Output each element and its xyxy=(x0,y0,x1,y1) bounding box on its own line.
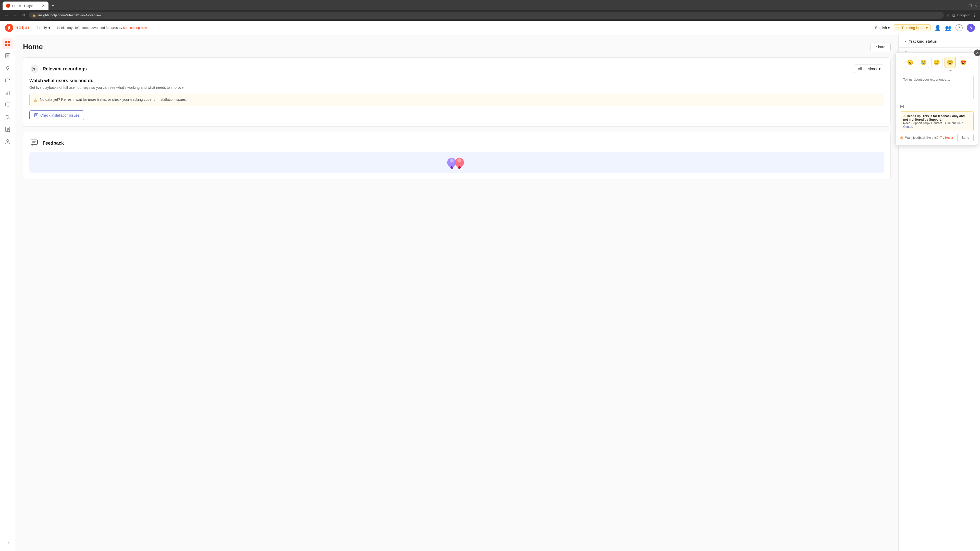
maximize-button[interactable]: ❐ xyxy=(969,2,972,10)
sidebar-item-analytics[interactable] xyxy=(2,87,13,98)
split-screen-button[interactable]: ⧉ xyxy=(952,13,955,17)
language-label: English xyxy=(875,26,887,30)
try-hotjar-text: Want feedback like this? xyxy=(905,136,939,140)
widget-footer: 🔥 Want feedback like this? Try Hotjar Se… xyxy=(900,134,974,141)
tracking-issue-button[interactable]: ⚠ Tracking issue ▾ xyxy=(894,24,931,31)
feedback-sidebar-icon xyxy=(5,102,11,108)
tracking-issue-label: Tracking issue xyxy=(901,26,924,30)
subscribe-link[interactable]: subscribing now xyxy=(123,26,147,30)
svg-rect-13 xyxy=(5,79,9,82)
feedback-graphic xyxy=(442,155,472,170)
sidebar-item-recordings[interactable] xyxy=(2,75,13,86)
new-tab-button[interactable]: + xyxy=(49,2,56,10)
tracking-panel-title: Tracking status xyxy=(909,39,937,43)
recordings-card-header: Relevant recordings All sessions ▾ xyxy=(29,64,884,74)
emoji-sad: 😢 xyxy=(918,57,929,72)
check-installation-button[interactable]: Check installation issues xyxy=(29,110,84,120)
check-icon xyxy=(34,113,38,118)
forward-button[interactable]: → xyxy=(12,12,18,19)
window-controls: — ❐ ✕ xyxy=(963,2,977,10)
share-button[interactable]: Share xyxy=(870,43,891,51)
url-text: insights.hotjar.com/sites/3814994/overvi… xyxy=(38,13,101,17)
warning-triangle-icon: ⚠ xyxy=(903,114,907,118)
heatmaps-icon xyxy=(5,53,11,59)
svg-rect-10 xyxy=(6,56,8,57)
svg-rect-4 xyxy=(5,44,7,46)
emoji-btn-love[interactable]: 😍 xyxy=(958,57,969,68)
content-area: Home Share Relevant recordings xyxy=(15,35,898,551)
avatar[interactable]: A xyxy=(967,24,975,32)
session-filter[interactable]: All sessions ▾ xyxy=(854,65,884,73)
svg-rect-11 xyxy=(8,56,9,57)
refresh-button[interactable]: ↻ xyxy=(21,12,26,19)
tracking-panel-header[interactable]: ▲ Tracking status xyxy=(899,35,980,48)
close-button[interactable]: ✕ xyxy=(974,2,977,10)
app-header: hotjar shopify ▾ 11 trial days left · ke… xyxy=(0,21,980,35)
svg-rect-5 xyxy=(8,44,10,46)
send-button[interactable]: Send xyxy=(957,134,974,141)
add-user-button[interactable]: 👤 xyxy=(935,25,941,31)
svg-point-39 xyxy=(457,159,461,162)
insights-icon xyxy=(5,65,11,71)
svg-line-22 xyxy=(8,118,10,119)
tab-title: Home - Hotjar xyxy=(12,4,33,8)
header-right: English ▾ ⚠ Tracking issue ▾ 👤 👥 ? A xyxy=(875,24,975,32)
tab-close-button[interactable]: ✕ xyxy=(42,3,45,8)
feedback-textarea[interactable] xyxy=(900,75,974,100)
recordings-description: Get live playbacks of full user journeys… xyxy=(29,86,884,89)
feedback-section: Feedback xyxy=(29,138,64,148)
emoji-btn-neutral[interactable]: 😐 xyxy=(931,57,942,68)
browser-actions: ☆ ⧉ Incognito ⋮ xyxy=(946,13,977,17)
recordings-subtitle: Watch what users see and do xyxy=(29,78,884,83)
sidebar-item-feedback[interactable] xyxy=(2,99,13,110)
emoji-btn-angry[interactable]: 😠 xyxy=(905,57,916,68)
language-selector[interactable]: English ▾ xyxy=(875,26,890,30)
sidebar-item-home[interactable] xyxy=(2,38,13,49)
svg-rect-33 xyxy=(31,140,38,144)
surveys-icon xyxy=(5,127,11,132)
tracking-dropdown-icon: ▾ xyxy=(926,26,928,30)
svg-rect-17 xyxy=(9,91,10,95)
svg-point-0 xyxy=(7,4,10,7)
emoji-like: 😊 Like xyxy=(945,57,956,72)
sidebar-item-observe[interactable] xyxy=(2,111,13,123)
feedback-card-header: Feedback xyxy=(29,138,884,148)
site-name: shopify xyxy=(36,26,47,30)
hotjar-logo[interactable]: hotjar xyxy=(5,24,30,32)
users-button[interactable]: 👥 xyxy=(945,25,951,31)
lang-dropdown-icon: ▾ xyxy=(888,26,890,30)
sidebar-item-heatmaps[interactable] xyxy=(2,50,13,62)
close-widget-button[interactable]: ✕ xyxy=(974,49,980,56)
logo-text: hotjar xyxy=(15,25,30,30)
browser-tab[interactable]: Home - Hotjar ✕ xyxy=(3,2,48,10)
address-bar[interactable]: 🔒 insights.hotjar.com/sites/3814994/over… xyxy=(29,12,944,19)
lock-icon: 🔒 xyxy=(32,14,36,17)
sidebar-item-team[interactable] xyxy=(2,136,13,147)
recordings-icon xyxy=(5,78,11,83)
back-button[interactable]: ← xyxy=(3,12,10,19)
bookmark-button[interactable]: ☆ xyxy=(946,13,950,17)
minimize-button[interactable]: — xyxy=(963,2,966,10)
emoji-love: 😍 xyxy=(958,57,969,72)
emoji-btn-like[interactable]: 😊 xyxy=(945,57,956,68)
svg-point-41 xyxy=(458,166,461,169)
sidebar-item-insights[interactable] xyxy=(2,62,13,74)
site-dropdown-icon: ▾ xyxy=(48,26,50,30)
sidebar-expand-button[interactable]: → xyxy=(2,537,13,548)
screenshot-row: ⊞ xyxy=(900,103,974,110)
menu-button[interactable]: ⋮ xyxy=(972,13,977,17)
sidebar-item-surveys[interactable] xyxy=(2,124,13,135)
check-btn-label: Check installation issues xyxy=(40,113,80,118)
hotjar-flame-icon: 🔥 xyxy=(900,136,904,140)
sidebar: → xyxy=(0,35,15,551)
help-button[interactable]: ? xyxy=(956,24,963,32)
tracking-panel: ▲ Tracking status 🌐 https://admin.shopif… xyxy=(898,35,980,551)
tracking-panel-chevron: ▲ xyxy=(904,40,907,43)
screenshot-icon[interactable]: ⊞ xyxy=(900,103,904,109)
tab-favicon xyxy=(6,3,10,8)
feedback-card-title: Feedback xyxy=(43,141,64,146)
try-hotjar-link[interactable]: Try Hotjar xyxy=(940,136,953,140)
site-selector[interactable]: shopify ▾ xyxy=(36,26,50,30)
emoji-btn-sad[interactable]: 😢 xyxy=(918,57,929,68)
expand-icon: → xyxy=(5,540,10,546)
